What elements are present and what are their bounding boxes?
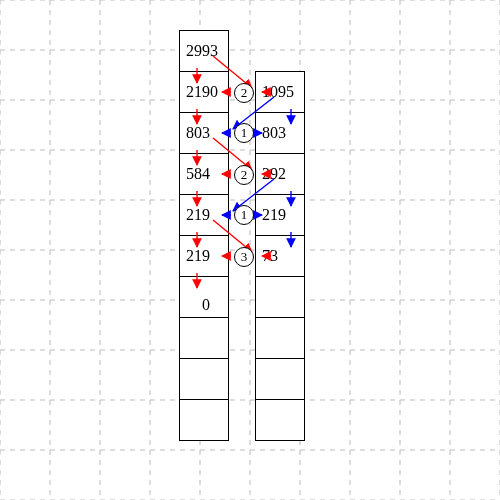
right-cell-0: 1095 (255, 71, 305, 113)
left-cell-8 (179, 358, 229, 400)
right-cell-3: 219 (255, 194, 305, 236)
left-cell-9 (179, 399, 229, 441)
right-cell-value: 803 (262, 124, 286, 142)
quotient-label: 2 (241, 167, 248, 183)
left-cell-2: 803 (179, 112, 229, 154)
left-cell-5: 219 (179, 235, 229, 277)
right-cell-1: 803 (255, 112, 305, 154)
right-cell-value: 292 (262, 165, 286, 183)
left-cell-value: 2993 (186, 42, 218, 60)
zero-remainder: 0 (202, 296, 210, 314)
quotient-label: 1 (241, 207, 248, 223)
quotient-label: 1 (241, 125, 248, 141)
left-cell-value: 2190 (186, 83, 218, 101)
left-cell-value: 219 (186, 206, 210, 224)
right-cell-value: 219 (262, 206, 286, 224)
quotient-circle-0: 2 (234, 83, 254, 103)
right-cell-5 (255, 276, 305, 318)
right-cell-7 (255, 358, 305, 400)
quotient-label: 3 (241, 249, 248, 265)
left-cell-3: 584 (179, 153, 229, 195)
quotient-circle-1: 1 (234, 123, 254, 143)
quotient-circle-4: 3 (234, 247, 254, 267)
left-cell-7 (179, 317, 229, 359)
right-cell-6 (255, 317, 305, 359)
quotient-label: 2 (241, 85, 248, 101)
right-cell-value: 73 (262, 247, 278, 265)
right-cell-8 (255, 399, 305, 441)
quotient-circle-2: 2 (234, 165, 254, 185)
right-cell-value: 1095 (262, 83, 294, 101)
right-cell-4: 73 (255, 235, 305, 277)
left-cell-1: 2190 (179, 71, 229, 113)
left-cell-0: 2993 (179, 30, 229, 72)
left-cell-value: 219 (186, 247, 210, 265)
quotient-circle-3: 1 (234, 205, 254, 225)
left-cell-value: 584 (186, 165, 210, 183)
left-cell-value: 803 (186, 124, 210, 142)
diagram-stage: 29932190803584219219109580329221973 2121… (0, 0, 500, 500)
left-cell-4: 219 (179, 194, 229, 236)
right-cell-2: 292 (255, 153, 305, 195)
